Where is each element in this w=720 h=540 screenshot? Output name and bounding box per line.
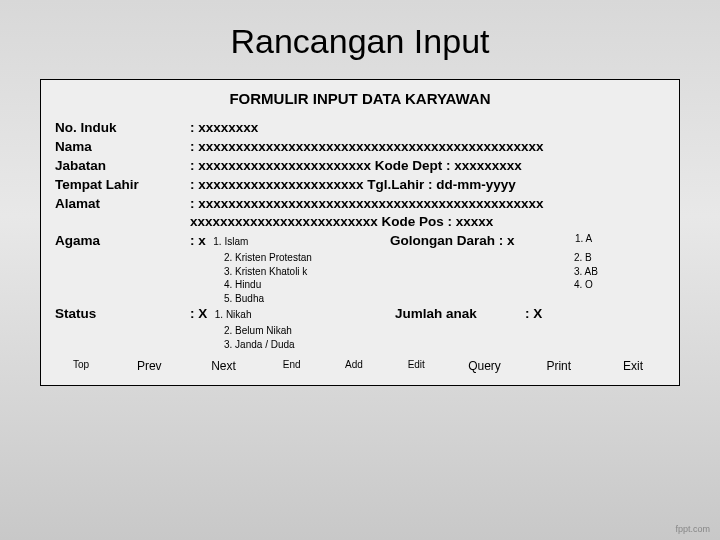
value-no-induk: : xxxxxxxx [190, 119, 665, 138]
darah-opt-a: 1. A [575, 232, 592, 246]
exit-button[interactable]: Exit [603, 357, 663, 375]
value-jabatan: : xxxxxxxxxxxxxxxxxxxxxxx Kode Dept : xx… [190, 157, 665, 176]
agama-opt-1: 1. Islam [213, 236, 248, 247]
label-jabatan: Jabatan [55, 157, 190, 176]
status-options: 2. Belum Nikah 3. Janda / Duda [224, 324, 665, 351]
value-alamat: : xxxxxxxxxxxxxxxxxxxxxxxxxxxxxxxxxxxxxx… [190, 195, 665, 214]
form-panel: FORMULIR INPUT DATA KARYAWAN No. Induk :… [40, 79, 680, 386]
darah-opt-o: 4. O [574, 278, 598, 292]
value-tempat-lahir: : xxxxxxxxxxxxxxxxxxxxxx Tgl.Lahir : dd-… [190, 176, 665, 195]
golongan-darah: Golongan Darah : x [390, 232, 515, 251]
label-status: Status [55, 305, 190, 324]
end-button[interactable]: End [268, 357, 316, 375]
value-alamat-line2: xxxxxxxxxxxxxxxxxxxxxxxxx Kode Pos : xxx… [190, 213, 665, 232]
label-tempat-lahir: Tempat Lahir [55, 176, 190, 195]
label-alamat: Alamat [55, 195, 190, 214]
value-status-code: : X [190, 306, 207, 321]
top-button[interactable]: Top [57, 357, 105, 375]
value-agama-code: : x [190, 233, 206, 248]
value-nama: : xxxxxxxxxxxxxxxxxxxxxxxxxxxxxxxxxxxxxx… [190, 138, 665, 157]
label-no-induk: No. Induk [55, 119, 190, 138]
status-opt-1: 1. Nikah [215, 309, 252, 320]
darah-opt-b: 2. B [574, 251, 598, 265]
query-button[interactable]: Query [455, 357, 515, 375]
field-alamat: Alamat : xxxxxxxxxxxxxxxxxxxxxxxxxxxxxxx… [55, 195, 665, 214]
next-button[interactable]: Next [194, 357, 254, 375]
edit-button[interactable]: Edit [392, 357, 440, 375]
agama-opt-4: 4. Hindu [224, 278, 665, 292]
status-opt-2: 2. Belum Nikah [224, 324, 665, 338]
field-tempat-lahir: Tempat Lahir : xxxxxxxxxxxxxxxxxxxxxx Tg… [55, 176, 665, 195]
field-no-induk: No. Induk : xxxxxxxx [55, 119, 665, 138]
footer-credit: fppt.com [675, 524, 710, 534]
agama-opt-2: 2. Kristen Protestan [224, 251, 665, 265]
field-nama: Nama : xxxxxxxxxxxxxxxxxxxxxxxxxxxxxxxxx… [55, 138, 665, 157]
field-status: Status : X 1. Nikah Jumlah anak : X [55, 305, 665, 324]
agama-opt-3: 3. Kristen Khatoli k [224, 265, 665, 279]
add-button[interactable]: Add [330, 357, 378, 375]
page-title: Rancangan Input [0, 22, 720, 61]
darah-options: 2. B 3. AB 4. O [574, 251, 598, 292]
agama-options: 2. Kristen Protestan 3. Kristen Khatoli … [224, 251, 665, 305]
status-opt-3: 3. Janda / Duda [224, 338, 665, 352]
prev-button[interactable]: Prev [119, 357, 179, 375]
agama-opt-5: 5. Budha [224, 292, 665, 306]
jumlah-anak-label: Jumlah anak [395, 305, 477, 324]
label-agama: Agama [55, 232, 190, 251]
print-button[interactable]: Print [529, 357, 589, 375]
jumlah-anak-value: : X [525, 305, 542, 324]
field-agama: Agama : x 1. Islam Golongan Darah : x 1.… [55, 232, 665, 251]
field-jabatan: Jabatan : xxxxxxxxxxxxxxxxxxxxxxx Kode D… [55, 157, 665, 176]
button-bar: Top Prev Next End Add Edit Query Print E… [55, 357, 665, 377]
label-nama: Nama [55, 138, 190, 157]
form-title: FORMULIR INPUT DATA KARYAWAN [55, 90, 665, 107]
darah-opt-ab: 3. AB [574, 265, 598, 279]
